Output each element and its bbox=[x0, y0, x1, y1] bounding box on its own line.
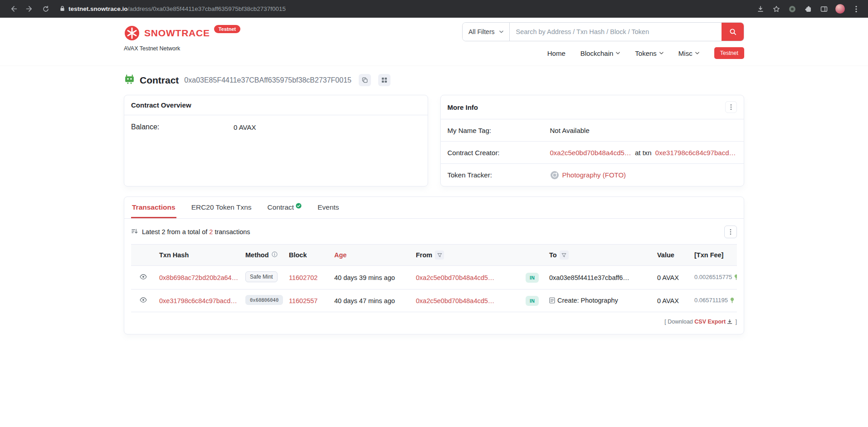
transaction-row: 0xe31798c6c84c97bacd… 0x60806040 1160255… bbox=[131, 290, 737, 312]
nav-blockchain-label: Blockchain bbox=[580, 49, 614, 57]
txn-fee-value: 0.065711195 bbox=[694, 297, 728, 304]
browser-toolbar: testnet.snowtrace.io/address/0xa03e85f44… bbox=[0, 0, 868, 18]
txn-hash-link[interactable]: 0xe31798c6c84c97bacd… bbox=[159, 297, 237, 304]
url-path: /address/0xa03e85f4411e37cbaff635975bf38… bbox=[128, 5, 286, 12]
at-txn-text: at txn bbox=[635, 149, 652, 157]
snowtrace-logo[interactable]: SNOWTRACE Testnet bbox=[124, 25, 240, 41]
tab-contract-label: Contract bbox=[268, 203, 294, 211]
main-nav: Home Blockchain Tokens Misc Testnet bbox=[547, 47, 744, 59]
transactions-card: Transactions ERC20 Token Txns Contract E… bbox=[124, 196, 744, 334]
nav-home[interactable]: Home bbox=[547, 49, 566, 57]
to-cell: Create: Photography bbox=[557, 297, 618, 304]
tab-erc20-label: ERC20 Token Txns bbox=[191, 203, 252, 211]
preview-txn-button[interactable] bbox=[139, 273, 148, 282]
contract-overview-card: Contract Overview Balance: 0 AVAX bbox=[124, 95, 428, 187]
col-header-direction bbox=[522, 245, 546, 266]
copy-address-button[interactable] bbox=[359, 74, 371, 86]
block-link[interactable]: 11602702 bbox=[289, 274, 317, 281]
creation-txn-link[interactable]: 0xe31798c6c84c97bacd… bbox=[655, 149, 736, 157]
qr-code-button[interactable] bbox=[378, 74, 390, 86]
browser-menu-icon[interactable] bbox=[852, 5, 861, 14]
csv-export-link[interactable]: CSV Export bbox=[694, 319, 726, 325]
download-arrow-icon bbox=[727, 319, 732, 326]
tab-erc20-token-txns[interactable]: ERC20 Token Txns bbox=[190, 197, 253, 218]
nav-blockchain[interactable]: Blockchain bbox=[580, 49, 620, 57]
col-header-txn-hash: Txn Hash bbox=[156, 245, 242, 266]
more-info-card-title: More Info bbox=[448, 103, 478, 111]
tab-bar: Transactions ERC20 Token Txns Contract E… bbox=[124, 197, 744, 219]
snowtrace-logo-icon bbox=[124, 25, 140, 41]
col-header-method: Method bbox=[242, 245, 285, 266]
browser-back-icon[interactable] bbox=[7, 3, 19, 15]
txn-hash-link[interactable]: 0x8b698ac72bd20b2a64… bbox=[159, 274, 238, 281]
name-tag-label: My Name Tag: bbox=[448, 127, 550, 134]
token-logo bbox=[550, 171, 559, 180]
gas-lightbulb-icon bbox=[734, 275, 737, 282]
to-filter-button[interactable] bbox=[560, 250, 569, 260]
overview-card-title: Contract Overview bbox=[131, 101, 191, 109]
bookmark-star-icon[interactable] bbox=[772, 5, 781, 14]
search-input[interactable] bbox=[510, 23, 722, 41]
download-icon[interactable] bbox=[756, 5, 765, 14]
age-cell: 40 days 39 mins ago bbox=[331, 266, 412, 290]
search-filter-select[interactable]: All Filters bbox=[463, 23, 510, 41]
from-header-label: From bbox=[416, 251, 432, 259]
block-link[interactable]: 11602557 bbox=[289, 297, 317, 304]
csv-prefix: [ Download bbox=[664, 319, 694, 325]
method-badge: 0x60806040 bbox=[245, 295, 283, 305]
method-header-label: Method bbox=[245, 251, 269, 259]
nav-home-label: Home bbox=[547, 49, 566, 57]
page-title-row: Contract 0xa03E85F4411e37CBAff635975bf38… bbox=[124, 74, 744, 87]
col-header-age[interactable]: Age bbox=[331, 245, 412, 266]
address-bar[interactable]: testnet.snowtrace.io/address/0xa03e85f44… bbox=[60, 5, 745, 13]
csv-export-row: [ Download CSV Export ] bbox=[131, 319, 737, 326]
tab-events-label: Events bbox=[317, 203, 339, 211]
site-header: SNOWTRACE Testnet AVAX Testnet Network A… bbox=[0, 18, 868, 65]
token-tracker-link[interactable]: Photography (FOTO) bbox=[562, 171, 626, 179]
search-icon bbox=[729, 28, 736, 35]
from-address-link[interactable]: 0xa2c5e0bd70b48a4cd5… bbox=[416, 297, 494, 304]
to-cell: 0xa03e85f4411e37cbaff6… bbox=[546, 266, 653, 290]
tab-contract[interactable]: Contract bbox=[267, 197, 303, 218]
age-cell: 40 days 47 mins ago bbox=[331, 290, 412, 312]
extensions-puzzle-icon[interactable] bbox=[804, 5, 813, 14]
transactions-summary: Latest 2 from a total of 2 transactions bbox=[142, 228, 250, 236]
chevron-down-icon bbox=[659, 52, 663, 54]
chevron-down-icon bbox=[695, 52, 699, 54]
nav-misc[interactable]: Misc bbox=[678, 49, 699, 57]
csv-suffix: ] bbox=[734, 319, 737, 325]
balance-label: Balance: bbox=[131, 123, 234, 131]
token-tracker-label: Token Tracker: bbox=[448, 171, 550, 179]
col-header-eye bbox=[131, 245, 156, 266]
creator-address-link[interactable]: 0xa2c5e0bd70b48a4cd5… bbox=[550, 149, 631, 157]
chevron-down-icon bbox=[616, 52, 620, 54]
contract-creator-label: Contract Creator: bbox=[448, 149, 550, 157]
txn-fee-value: 0.0026515775 bbox=[694, 274, 732, 280]
summary-suffix: transactions bbox=[213, 228, 250, 236]
network-switch-button[interactable]: Testnet bbox=[714, 47, 744, 59]
kebab-menu-icon bbox=[730, 229, 731, 235]
network-label: AVAX Testnet Network bbox=[124, 45, 240, 52]
from-address-link[interactable]: 0xa2c5e0bd70b48a4cd5… bbox=[416, 274, 494, 281]
nav-tokens[interactable]: Tokens bbox=[635, 49, 663, 57]
browser-profile-avatar[interactable] bbox=[835, 4, 845, 14]
side-panel-icon[interactable] bbox=[819, 5, 829, 14]
nav-tokens-label: Tokens bbox=[635, 49, 657, 57]
page-title: Contract bbox=[140, 75, 179, 86]
filter-icon bbox=[437, 253, 442, 258]
info-icon[interactable] bbox=[272, 251, 278, 259]
more-info-menu-button[interactable] bbox=[725, 101, 737, 113]
verified-check-icon bbox=[296, 202, 302, 211]
tab-transactions[interactable]: Transactions bbox=[131, 197, 176, 218]
search-button[interactable] bbox=[722, 23, 744, 41]
search-bar: All Filters bbox=[462, 22, 744, 41]
browser-forward-icon[interactable] bbox=[24, 3, 35, 15]
from-filter-button[interactable] bbox=[435, 250, 444, 260]
table-options-button[interactable] bbox=[724, 226, 737, 238]
preview-txn-button[interactable] bbox=[139, 296, 148, 305]
eye-icon bbox=[140, 297, 147, 303]
extension-badge-icon[interactable] bbox=[788, 5, 797, 14]
tab-events[interactable]: Events bbox=[317, 197, 340, 218]
lock-icon bbox=[60, 5, 65, 13]
browser-refresh-icon[interactable] bbox=[40, 3, 52, 15]
